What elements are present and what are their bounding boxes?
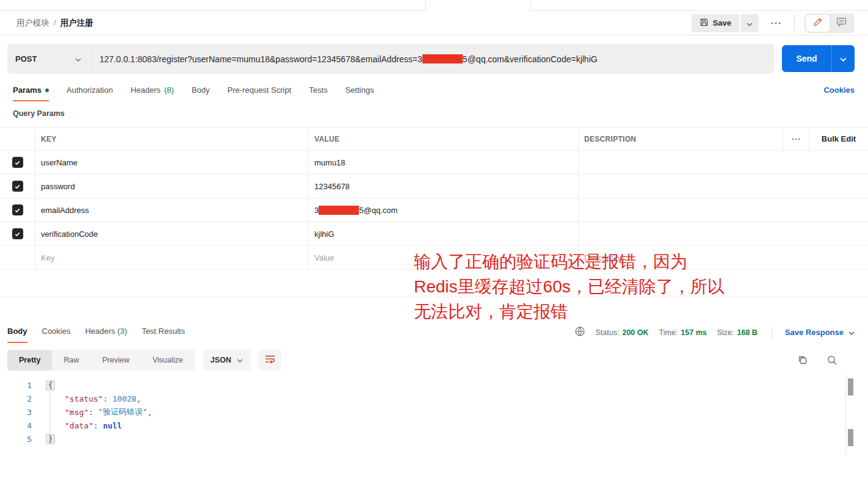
time-value[interactable]: 157 ms xyxy=(681,328,706,337)
response-view-bar: Pretty Raw Preview Visualize JSON xyxy=(0,350,868,370)
tab-params-label: Params xyxy=(13,85,42,95)
tab-settings[interactable]: Settings xyxy=(345,82,374,101)
search-icon[interactable] xyxy=(826,355,837,366)
window-tab-strip xyxy=(0,0,868,11)
view-raw-button[interactable]: Raw xyxy=(52,350,90,370)
column-options-icon[interactable] xyxy=(783,128,809,150)
globe-icon[interactable] xyxy=(574,326,585,339)
tab-body[interactable]: Body xyxy=(192,82,210,101)
response-tab-test-results[interactable]: Test Results xyxy=(142,323,185,343)
tab-tests[interactable]: Tests xyxy=(309,82,327,101)
annotation-line: 输入了正确的验证码还是报错，因为 xyxy=(414,249,725,274)
save-options-caret[interactable] xyxy=(740,14,759,32)
param-description-cell[interactable] xyxy=(578,175,868,198)
new-key-input[interactable]: Key xyxy=(35,246,308,269)
param-value-cell[interactable]: 35@qq.com xyxy=(308,198,578,222)
table-row: emailAddress 35@qq.com xyxy=(0,198,868,222)
table-row: verificationCode kjlhiG xyxy=(0,222,868,246)
url-bar: POST 127.0.0.1:8083/register?userName=mu… xyxy=(7,44,774,74)
url-prefix: 127.0.0.1:8083/register?userName=mumu18&… xyxy=(99,54,422,64)
save-response-button[interactable]: Save Response xyxy=(785,328,855,337)
row-checkbox[interactable] xyxy=(12,181,23,192)
param-value-cell[interactable]: mumu18 xyxy=(308,151,578,174)
annotation-overlay: 输入了正确的验证码还是报错，因为 Redis里缓存超过60s，已经清除了，所以 … xyxy=(414,249,725,324)
empty-checkbox-cell xyxy=(0,246,35,269)
param-description-cell[interactable] xyxy=(578,222,868,245)
line-number: 5 xyxy=(0,435,32,444)
response-scrollbar-thumb[interactable] xyxy=(848,429,853,446)
fold-toggle[interactable]: { xyxy=(46,380,55,391)
table-header-row: KEY VALUE DESCRIPTION Bulk Edit xyxy=(0,127,868,151)
request-header-bar: 用户模块 / 用户注册 Save xyxy=(0,11,868,35)
view-pretty-button[interactable]: Pretty xyxy=(7,350,52,370)
fold-toggle[interactable]: } xyxy=(46,434,55,444)
row-checkbox[interactable] xyxy=(12,228,23,239)
url-row: POST 127.0.0.1:8083/register?userName=mu… xyxy=(0,35,868,82)
column-value: VALUE xyxy=(308,128,578,150)
response-tab-test-results-label: Test Results xyxy=(142,327,185,336)
line-number: 2 xyxy=(0,394,32,403)
cookies-link[interactable]: Cookies xyxy=(823,82,855,95)
code-line: 4 "data": null xyxy=(0,419,842,432)
response-tab-body[interactable]: Body xyxy=(7,323,27,343)
param-value-cell[interactable]: kjlhiG xyxy=(308,222,578,245)
format-select[interactable]: JSON xyxy=(203,350,251,370)
method-select[interactable]: POST xyxy=(7,44,92,74)
wrap-lines-button[interactable] xyxy=(259,350,281,370)
tab-tests-label: Tests xyxy=(309,85,327,95)
breadcrumb-request-name[interactable]: 用户注册 xyxy=(60,18,93,29)
save-button[interactable]: Save xyxy=(692,14,739,32)
active-request-tab[interactable] xyxy=(425,0,531,11)
tab-body-label: Body xyxy=(192,85,210,95)
param-key-cell[interactable]: userName xyxy=(35,151,308,174)
save-response-label: Save Response xyxy=(785,328,844,337)
request-response-splitter[interactable] xyxy=(0,297,868,297)
view-preview-button[interactable]: Preview xyxy=(90,350,140,370)
code-line: 3 "msg": "验证码错误", xyxy=(0,405,842,419)
params-active-dot xyxy=(45,88,49,92)
param-value-cell[interactable]: 12345678 xyxy=(308,175,578,198)
annotation-line: Redis里缓存超过60s，已经清除了，所以 xyxy=(414,274,725,299)
url-input[interactable]: 127.0.0.1:8083/register?userName=mumu18&… xyxy=(92,54,598,64)
copy-icon[interactable] xyxy=(797,355,808,366)
breadcrumb-collection[interactable]: 用户模块 xyxy=(16,18,49,29)
tab-params[interactable]: Params xyxy=(13,82,49,101)
bulk-edit-button[interactable]: Bulk Edit xyxy=(809,128,868,150)
tab-authorization-label: Authorization xyxy=(67,85,113,95)
view-visualize-button[interactable]: Visualize xyxy=(141,350,195,370)
pencil-icon xyxy=(813,17,823,29)
param-description-cell[interactable] xyxy=(578,151,868,174)
select-all-cell xyxy=(0,128,35,150)
row-checkbox[interactable] xyxy=(12,157,23,168)
redaction-block xyxy=(319,206,359,215)
tab-authorization[interactable]: Authorization xyxy=(67,82,113,101)
size-value[interactable]: 168 B xyxy=(737,328,758,337)
comments-button[interactable] xyxy=(830,15,853,32)
response-body-code[interactable]: 1 { 2 "status": 10028, 3 "msg": "验证码错误",… xyxy=(0,378,842,446)
tab-headers[interactable]: Headers (8) xyxy=(131,82,174,101)
more-options-icon[interactable] xyxy=(771,22,781,24)
header-divider xyxy=(794,15,795,31)
send-button-group: Send xyxy=(782,45,855,72)
floppy-save-icon xyxy=(700,18,709,29)
status-value[interactable]: 200 OK xyxy=(622,328,648,337)
breadcrumb-separator: / xyxy=(54,18,56,27)
param-key-cell[interactable]: emailAddress xyxy=(35,198,308,222)
send-button[interactable]: Send xyxy=(782,45,831,72)
time-label: Time: xyxy=(659,328,678,337)
tab-pre-request-script[interactable]: Pre-request Script xyxy=(228,82,292,101)
size-label: Size: xyxy=(717,328,734,337)
send-options-caret[interactable] xyxy=(831,45,855,72)
request-tabs: Params Authorization Headers (8) Body Pr… xyxy=(0,82,868,103)
param-key-cell[interactable]: password xyxy=(35,175,308,198)
chevron-down-icon xyxy=(747,18,753,29)
line-number: 1 xyxy=(0,381,32,390)
indent-guide xyxy=(49,389,50,436)
response-tab-headers[interactable]: Headers (3) xyxy=(85,323,127,343)
param-description-cell[interactable] xyxy=(578,198,868,222)
response-scrollbar-thumb[interactable] xyxy=(848,378,853,396)
edit-mode-button[interactable] xyxy=(806,15,830,32)
response-tab-cookies[interactable]: Cookies xyxy=(42,323,71,343)
row-checkbox[interactable] xyxy=(12,204,23,215)
param-key-cell[interactable]: verificationCode xyxy=(35,222,308,245)
